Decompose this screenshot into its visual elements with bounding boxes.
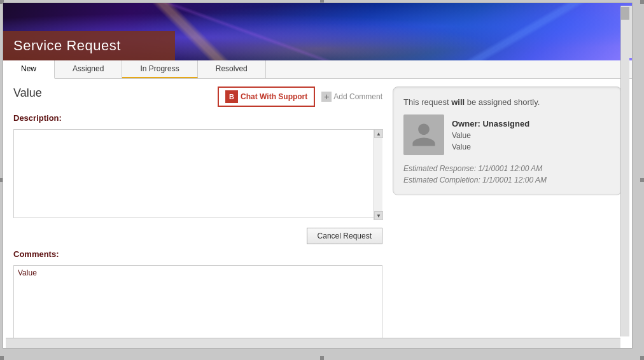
resize-handle-tr[interactable] (640, 0, 644, 4)
tab-new[interactable]: New (3, 60, 55, 79)
chat-support-icon: B (225, 90, 238, 103)
scroll-thumb[interactable] (621, 7, 629, 20)
comments-label: Comments: (13, 249, 382, 259)
cancel-request-row: Cancel Request (13, 228, 382, 244)
right-panel: This request will be assigned shortly. O… (393, 87, 622, 340)
tab-in-progress[interactable]: In Progress (122, 60, 197, 78)
action-buttons-row: B Chat With Support + Add Comment (218, 87, 382, 107)
add-comment-plus-icon: + (321, 92, 332, 102)
estimated-response-value: 1/1/0001 12:00 AM (478, 164, 542, 173)
estimated-response-label: Estimated Response: (403, 164, 476, 173)
resize-handle-mr[interactable] (640, 178, 644, 182)
bottom-scrollbar[interactable] (6, 338, 620, 348)
scrollbar-arrow-down[interactable]: ▼ (374, 211, 383, 220)
estimated-completion-value: 1/1/0001 12:00 AM (482, 176, 547, 184)
message-will: will (449, 97, 467, 107)
scrollbar-arrow-up[interactable]: ▲ (374, 129, 383, 138)
right-scrollbar[interactable] (620, 6, 629, 336)
description-label: Description: (13, 113, 382, 123)
person-icon (410, 121, 438, 149)
owner-details: Owner: Unassigned Value Value (452, 114, 529, 155)
add-comment-label: Add Comment (333, 92, 382, 101)
tab-resolved[interactable]: Resolved (198, 60, 266, 78)
resize-handle-bl[interactable] (0, 356, 4, 360)
chat-support-label: Chat With Support (241, 92, 307, 101)
message-prefix: This request (403, 97, 449, 107)
description-wrapper: ▲ ▼ (13, 129, 382, 220)
main-window: Service Request New Assigned In Progress… (3, 3, 633, 349)
estimated-completion-label: Estimated Completion: (403, 176, 480, 184)
dates-section: Estimated Response: 1/1/0001 12:00 AM Es… (403, 164, 611, 184)
owner-value2: Value (452, 142, 529, 151)
content-area: Value B Chat With Support + Add Comment … (3, 79, 632, 348)
add-comment-button[interactable]: + Add Comment (321, 92, 382, 102)
page-title: Service Request (13, 38, 162, 54)
estimated-response: Estimated Response: 1/1/0001 12:00 AM (403, 164, 611, 173)
field-title: Value (13, 87, 42, 100)
info-card-header: This request will be assigned shortly. (403, 97, 611, 107)
owner-section: Owner: Unassigned Value Value (403, 114, 611, 155)
info-card: This request will be assigned shortly. O… (393, 87, 622, 195)
comments-value: Value (18, 268, 37, 277)
left-panel: Value B Chat With Support + Add Comment … (13, 87, 382, 340)
message-suffix: be assigned shortly. (467, 97, 540, 107)
tab-assigned[interactable]: Assigned (55, 60, 122, 78)
owner-value1: Value (452, 131, 529, 140)
resize-handle-br[interactable] (640, 356, 644, 360)
owner-name: Owner: Unassigned (452, 119, 529, 128)
resize-handle-bm[interactable] (320, 356, 324, 360)
hero-banner: Service Request (3, 3, 632, 60)
description-scrollbar[interactable]: ▲ ▼ (374, 129, 382, 220)
cancel-request-button[interactable]: Cancel Request (307, 228, 382, 244)
description-textarea[interactable] (13, 129, 382, 218)
comments-box[interactable]: Value (13, 265, 382, 340)
estimated-completion: Estimated Completion: 1/1/0001 12:00 AM (403, 176, 611, 184)
tabs-bar: New Assigned In Progress Resolved (3, 60, 632, 79)
title-box: Service Request (3, 31, 175, 60)
avatar (403, 114, 444, 155)
chat-support-button[interactable]: B Chat With Support (218, 87, 315, 107)
